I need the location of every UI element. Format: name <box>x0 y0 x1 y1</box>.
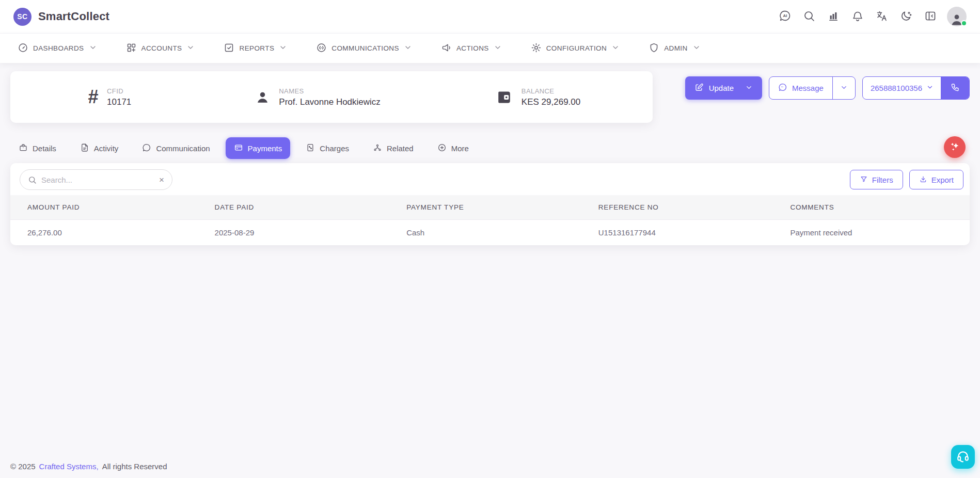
tab-charges[interactable]: Charges <box>297 137 357 159</box>
nav-label: ADMIN <box>664 44 688 52</box>
table-toolbar: × Filters Export <box>10 163 970 195</box>
bell-icon <box>851 10 864 24</box>
column-header-payment-type[interactable]: PAYMENT TYPE <box>394 195 586 220</box>
checkbox-icon <box>224 42 234 55</box>
tab-communication[interactable]: Communication <box>134 137 218 159</box>
copyright-text: © 2025 <box>10 462 36 471</box>
app-header: SC SmartCollect AI <box>0 0 980 33</box>
call-button[interactable] <box>941 76 970 100</box>
quick-actions-fab[interactable] <box>944 136 966 158</box>
names-block: NAMES Prof. Lavonne Hodkiewicz <box>255 87 381 107</box>
sparkles-icon <box>949 141 960 154</box>
tab-related[interactable]: Related <box>365 137 422 159</box>
tab-details[interactable]: Details <box>10 137 65 159</box>
svg-text:AI: AI <box>783 13 787 18</box>
support-chat-fab[interactable] <box>951 445 975 469</box>
chat-bubble-icon <box>142 143 151 154</box>
ai-assistant-icon: AI <box>779 9 792 24</box>
gauge-icon <box>18 42 28 55</box>
tab-more[interactable]: More <box>429 137 477 159</box>
user-menu-button[interactable] <box>947 7 967 26</box>
hash-icon: # <box>88 88 98 106</box>
column-header-amount-paid[interactable]: AMOUNT PAID <box>10 195 202 220</box>
table-row[interactable]: 26,276.00 2025-08-29 Cash U151316177944 … <box>10 220 970 246</box>
details-icon <box>19 143 28 154</box>
tab-activity[interactable]: Activity <box>72 137 127 159</box>
global-search-button[interactable] <box>799 7 819 26</box>
message-button[interactable]: Message <box>769 77 833 99</box>
message-split-button: Message <box>769 76 856 100</box>
cell-comments: Payment received <box>778 220 970 246</box>
credit-card-icon <box>234 143 243 154</box>
column-header-date-paid[interactable]: DATE PAID <box>202 195 394 220</box>
filters-button[interactable]: Filters <box>850 170 903 189</box>
gear-icon <box>531 42 542 55</box>
toolbar-actions: Filters Export <box>850 170 963 189</box>
edit-icon <box>694 83 704 93</box>
clear-search-button[interactable]: × <box>159 176 164 184</box>
nav-item-actions[interactable]: ACTIONS <box>441 42 502 55</box>
tab-label: Charges <box>320 144 349 153</box>
content: # CFID 10171 NAMES Prof. Lavonne Hodkiew… <box>0 63 980 478</box>
nav-item-admin[interactable]: ADMIN <box>649 42 701 55</box>
nav-item-communications[interactable]: COMMUNICATIONS <box>316 42 412 55</box>
balance-label: BALANCE <box>521 87 580 95</box>
chevron-down-icon <box>745 84 753 93</box>
phone-number-value: 265888100356 <box>871 84 922 92</box>
export-button[interactable]: Export <box>909 170 963 189</box>
analytics-button[interactable] <box>824 7 843 26</box>
nav-item-accounts[interactable]: ACCOUNTS <box>126 42 195 55</box>
tab-payments[interactable]: Payments <box>226 137 291 159</box>
nav-item-dashboards[interactable]: DASHBOARDS <box>18 42 97 55</box>
notifications-button[interactable] <box>848 7 867 26</box>
main-nav: DASHBOARDS ACCOUNTS REPORTS COMMUNICATIO… <box>0 33 980 63</box>
column-header-reference-no[interactable]: REFERENCE NO <box>586 195 778 220</box>
nav-item-reports[interactable]: REPORTS <box>224 42 287 55</box>
phone-icon <box>951 83 960 93</box>
circle-plus-icon <box>437 143 447 154</box>
search-icon <box>803 10 815 24</box>
table-header: AMOUNT PAID DATE PAID PAYMENT TYPE REFER… <box>10 195 970 220</box>
grid-plus-icon <box>126 42 137 55</box>
dark-mode-button[interactable] <box>896 7 916 26</box>
chevron-down-icon <box>611 43 620 53</box>
online-status-badge <box>961 20 967 26</box>
update-label: Update <box>709 84 734 92</box>
search-box: × <box>20 169 172 190</box>
chevron-down-icon <box>404 43 412 53</box>
panel-collapse-icon <box>924 10 937 24</box>
search-icon <box>28 176 37 184</box>
tab-label: Payments <box>248 144 282 153</box>
layout-toggle-button[interactable] <box>921 7 940 26</box>
analytics-icon <box>827 10 840 24</box>
app-logo: SC <box>13 8 31 26</box>
customer-summary-row: # CFID 10171 NAMES Prof. Lavonne Hodkiew… <box>10 71 970 123</box>
update-button[interactable]: Update <box>685 76 762 100</box>
language-button[interactable] <box>872 7 892 26</box>
tab-label: Details <box>33 144 56 153</box>
cfid-block: # CFID 10171 <box>88 87 131 107</box>
nav-label: COMMUNICATIONS <box>331 44 399 52</box>
chevron-down-icon <box>186 43 195 53</box>
ai-assistant-button[interactable]: AI <box>775 7 795 26</box>
headset-icon <box>956 450 970 465</box>
nav-label: REPORTS <box>239 44 274 52</box>
export-label: Export <box>931 176 954 184</box>
nav-item-configuration[interactable]: CONFIGURATION <box>531 42 620 55</box>
page: SC SmartCollect AI <box>0 0 980 478</box>
phone-number-dropdown[interactable]: 265888100356 <box>863 77 941 99</box>
customer-actions: Update Message 265888100356 <box>685 76 970 100</box>
broadcast-icon <box>316 42 327 55</box>
column-header-comments[interactable]: COMMENTS <box>778 195 970 220</box>
company-link[interactable]: Crafted Systems, <box>39 462 99 471</box>
header-icons: AI <box>775 7 967 26</box>
message-dropdown-toggle[interactable] <box>833 77 855 99</box>
search-input[interactable] <box>41 176 154 184</box>
filters-label: Filters <box>872 176 893 184</box>
detail-tabs: Details Activity Communication Payments … <box>10 137 970 159</box>
wallet-icon <box>497 89 513 105</box>
brand: SC SmartCollect <box>13 8 109 26</box>
names-value: Prof. Lavonne Hodkiewicz <box>279 97 381 107</box>
app-title: SmartCollect <box>38 10 109 23</box>
logo-initials: SC <box>17 12 27 21</box>
